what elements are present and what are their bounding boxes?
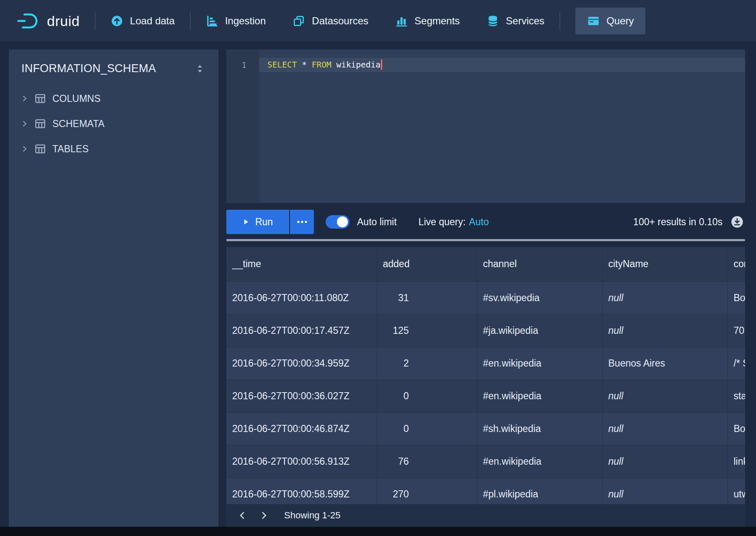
nav-item-load-data[interactable]: Load data bbox=[111, 15, 175, 27]
cell-cityName[interactable]: null bbox=[602, 314, 728, 347]
database-icon bbox=[487, 15, 499, 27]
sidebar-item-label: SCHEMATA bbox=[52, 118, 104, 130]
query-view: 1 SELECT * FROM wikipedia Run bbox=[226, 49, 745, 527]
cell-added[interactable]: 0 bbox=[377, 412, 477, 445]
auto-limit-toggle[interactable] bbox=[326, 215, 350, 229]
double-caret-vertical-icon[interactable] bbox=[196, 64, 204, 74]
cell-time[interactable]: 2016-06-27T00:00:46.874Z bbox=[226, 412, 377, 445]
next-page-button[interactable] bbox=[255, 506, 273, 525]
sql-text: * bbox=[297, 60, 311, 70]
nav-item-query[interactable]: Query bbox=[575, 8, 645, 34]
cell-time[interactable]: 2016-06-27T00:00:17.457Z bbox=[226, 314, 377, 347]
schema-sidebar: INFORMATION_SCHEMA COLUMNS bbox=[9, 49, 218, 527]
cell-comment[interactable]: link bbox=[728, 445, 745, 478]
chevron-right-icon[interactable] bbox=[21, 146, 28, 152]
live-query-auto-link[interactable]: Auto bbox=[469, 216, 489, 227]
cell-added[interactable]: 125 bbox=[377, 314, 477, 347]
cell-time[interactable]: 2016-06-27T00:00:34.959Z bbox=[226, 347, 377, 380]
editor-gutter: 1 bbox=[226, 49, 259, 203]
cell-cityName[interactable]: null bbox=[602, 445, 728, 478]
sidebar-item-schemata[interactable]: SCHEMATA bbox=[9, 111, 218, 136]
cell-added[interactable]: 76 bbox=[377, 445, 477, 478]
play-icon bbox=[243, 219, 249, 225]
download-button[interactable] bbox=[731, 216, 743, 228]
cell-cityName[interactable]: null bbox=[602, 281, 728, 314]
nav-item-segments[interactable]: Segments bbox=[395, 15, 460, 27]
chevron-right-icon[interactable] bbox=[21, 120, 28, 127]
table-row: 2016-06-27T00:00:46.874Z 0 #sh.wikipedia… bbox=[226, 412, 745, 445]
nav-item-label: Services bbox=[506, 15, 544, 27]
cell-added[interactable]: 31 bbox=[377, 281, 477, 314]
bottom-strip bbox=[0, 527, 756, 536]
cell-comment[interactable]: 70. bbox=[728, 314, 745, 347]
cell-added-value: 76 bbox=[383, 456, 409, 467]
nav-item-ingestion[interactable]: Ingestion bbox=[206, 15, 266, 27]
text-cursor bbox=[381, 60, 382, 70]
cell-added-value: 31 bbox=[383, 292, 409, 304]
results-summary: 100+ results in 0.10s bbox=[633, 216, 722, 228]
sidebar-item-tables[interactable]: TABLES bbox=[9, 136, 218, 161]
cell-added[interactable]: 2 bbox=[377, 347, 477, 380]
console-window-icon bbox=[587, 15, 600, 27]
cell-time[interactable]: 2016-06-27T00:00:56.913Z bbox=[226, 445, 377, 478]
navbar-divider bbox=[190, 12, 191, 30]
column-header-cityName[interactable]: cityName bbox=[602, 247, 728, 281]
schema-title: INFORMATION_SCHEMA bbox=[21, 62, 156, 75]
nav-item-label: Load data bbox=[130, 15, 175, 27]
navbar-divider bbox=[559, 12, 560, 30]
nav-item-label: Datasources bbox=[312, 15, 368, 27]
cell-comment[interactable]: Bo bbox=[728, 281, 745, 314]
cell-channel[interactable]: #en.wikipedia bbox=[477, 380, 602, 412]
results-panel: __time added channel cityName comment 20… bbox=[226, 247, 745, 527]
ellipsis-icon bbox=[297, 220, 308, 224]
table-row: 2016-06-27T00:00:36.027Z 0 #en.wikipedia… bbox=[226, 380, 745, 412]
cell-comment[interactable]: sta bbox=[728, 380, 745, 412]
table-row: 2016-06-27T00:00:11.080Z 31 #sv.wikipedi… bbox=[226, 281, 745, 314]
cell-channel[interactable]: #en.wikipedia bbox=[477, 445, 602, 478]
toggle-knob bbox=[337, 216, 348, 227]
column-header-comment[interactable]: comment bbox=[728, 247, 745, 281]
header-row: __time added channel cityName comment bbox=[226, 247, 745, 281]
prev-page-button[interactable] bbox=[233, 506, 251, 525]
column-header-added[interactable]: added bbox=[377, 247, 477, 281]
ingestion-icon bbox=[206, 15, 218, 27]
cell-added-value: 0 bbox=[383, 423, 409, 435]
live-query: Live query:Auto bbox=[419, 216, 489, 228]
cell-channel[interactable]: #en.wikipedia bbox=[477, 347, 602, 380]
cell-time[interactable]: 2016-06-27T00:00:36.027Z bbox=[226, 380, 377, 412]
auto-limit-label: Auto limit bbox=[357, 216, 397, 228]
table-row: 2016-06-27T00:00:17.457Z 125 #ja.wikiped… bbox=[226, 314, 745, 347]
nav-item-datasources[interactable]: Datasources bbox=[293, 15, 368, 27]
schema-tree: COLUMNS SCHEMATA bbox=[9, 86, 218, 161]
run-button[interactable]: Run bbox=[226, 210, 289, 234]
column-header-channel[interactable]: channel bbox=[477, 247, 602, 281]
cell-cityName[interactable]: null bbox=[602, 380, 728, 412]
cell-cityName[interactable]: null bbox=[602, 412, 728, 445]
run-button-label: Run bbox=[255, 216, 273, 228]
cell-channel[interactable]: #sh.wikipedia bbox=[477, 412, 602, 445]
cell-added[interactable]: 0 bbox=[377, 380, 477, 412]
brand[interactable]: druid bbox=[17, 11, 80, 31]
nav-item-services[interactable]: Services bbox=[487, 15, 544, 27]
showing-label: Showing 1-25 bbox=[284, 510, 341, 521]
sql-keyword: SELECT bbox=[267, 60, 297, 70]
more-options-button[interactable] bbox=[290, 210, 314, 234]
sql-editor[interactable]: 1 SELECT * FROM wikipedia bbox=[226, 49, 745, 203]
column-header-time[interactable]: __time bbox=[226, 247, 377, 281]
table-row: 2016-06-27T00:00:34.959Z 2 #en.wikipedia… bbox=[226, 347, 745, 380]
segments-icon bbox=[395, 15, 408, 27]
results-table: __time added channel cityName comment 20… bbox=[226, 247, 745, 511]
sidebar-item-label: TABLES bbox=[52, 143, 89, 155]
cell-comment[interactable]: Bo bbox=[728, 412, 745, 445]
chevron-right-icon[interactable] bbox=[21, 95, 28, 102]
cell-time[interactable]: 2016-06-27T00:00:11.080Z bbox=[226, 281, 377, 314]
cell-channel[interactable]: #ja.wikipedia bbox=[477, 314, 602, 347]
cell-cityName[interactable]: Buenos Aires bbox=[602, 347, 728, 380]
cell-comment[interactable]: /* S bbox=[728, 347, 745, 380]
nav-group: Ingestion Datasources bbox=[206, 15, 544, 27]
sidebar-item-columns[interactable]: COLUMNS bbox=[9, 86, 218, 111]
line-number: 1 bbox=[226, 58, 259, 72]
cell-channel[interactable]: #sv.wikipedia bbox=[477, 281, 602, 314]
horizontal-scrollbar[interactable] bbox=[226, 239, 745, 241]
chevron-left-icon bbox=[238, 511, 246, 520]
